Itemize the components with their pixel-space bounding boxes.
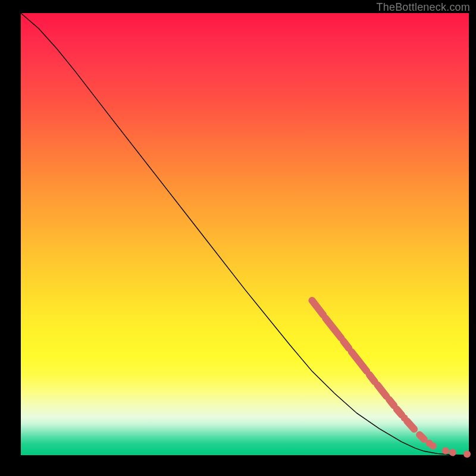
bead-dot bbox=[401, 415, 408, 422]
bead-segment bbox=[407, 421, 414, 429]
curve-line bbox=[21, 13, 469, 455]
chart-stage: TheBottleneck.com bbox=[0, 0, 476, 476]
bead-segment bbox=[419, 435, 424, 439]
bead-segment bbox=[377, 385, 386, 396]
bead-dot bbox=[430, 442, 437, 449]
bead-dot bbox=[449, 449, 456, 456]
chart-svg bbox=[21, 13, 469, 455]
attribution-text: TheBottleneck.com bbox=[377, 1, 470, 14]
bead-dot bbox=[442, 447, 449, 455]
bead-segment bbox=[325, 318, 341, 338]
bead-segment bbox=[389, 399, 394, 405]
bead-segment bbox=[352, 352, 367, 371]
bead-segment bbox=[312, 300, 323, 315]
bead-segment bbox=[369, 375, 375, 382]
bead-segment bbox=[343, 341, 349, 348]
plot-area bbox=[21, 13, 469, 455]
bead-dot bbox=[464, 450, 471, 458]
bead-group bbox=[312, 300, 471, 458]
bead-segment bbox=[397, 409, 402, 415]
